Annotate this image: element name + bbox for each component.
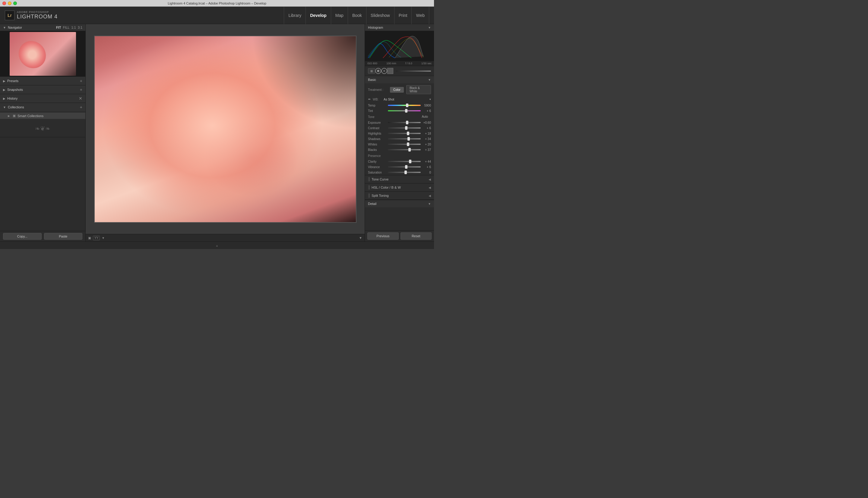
saturation-label: Saturation — [368, 171, 386, 174]
copy-button[interactable]: Copy... — [3, 233, 42, 240]
exposure-value: +0.60 — [422, 121, 431, 124]
tool-slider — [396, 70, 431, 71]
collections-header[interactable]: ▼ Collections + — [0, 103, 85, 112]
hsl-section[interactable]: HSL / Color / B & W ◀ — [365, 184, 434, 192]
nav-slideshow[interactable]: Slideshow — [366, 6, 394, 24]
wb-eyedropper-icon[interactable]: ✒ — [368, 97, 371, 101]
hsl-collapse-icon: ◀ — [429, 186, 431, 189]
collections-content: ▶ ▣ Smart Collections — [0, 112, 85, 120]
whites-slider-container[interactable] — [388, 143, 421, 146]
shadows-slider-thumb[interactable] — [407, 137, 410, 141]
auto-button[interactable]: Auto — [422, 115, 431, 118]
filmstrip-right-arrow[interactable]: ▼ — [359, 236, 362, 240]
nav-library[interactable]: Library — [284, 6, 306, 24]
tone-auto-row: Tone Auto — [365, 114, 434, 120]
shadows-slider-container[interactable] — [388, 137, 421, 141]
snapshots-add-icon[interactable]: + — [80, 87, 82, 92]
vibrance-slider-thumb[interactable] — [405, 165, 407, 169]
zoom-1-1[interactable]: 1:1 — [71, 26, 76, 29]
history-clear-icon[interactable]: ✕ — [79, 96, 82, 101]
basic-header[interactable]: Basic ▼ — [365, 76, 434, 83]
snapshots-expand-icon: ▶ — [3, 88, 5, 91]
healing-tool-btn[interactable] — [375, 68, 381, 74]
whites-slider-thumb[interactable] — [407, 143, 409, 146]
highlights-slider-thumb[interactable] — [407, 132, 409, 135]
maximize-button[interactable] — [13, 1, 17, 5]
window-title: Lightroom 4 Catalog.lrcat – Adobe Photos… — [168, 1, 266, 5]
history-expand-icon: ▶ — [3, 97, 5, 100]
nav-book[interactable]: Book — [348, 6, 366, 24]
filmstrip-arrow[interactable]: ▼ — [101, 236, 105, 240]
adj-brush-dot — [383, 70, 385, 72]
left-panel: ▼ Navigator FIT FILL 1:1 3:1 ▶ — [0, 24, 86, 241]
collections-add-icon[interactable]: + — [80, 105, 82, 109]
app-logo: Lr ADOBE PHOTOSHOP LIGHTROOM 4 — [5, 11, 58, 20]
detail-header[interactable]: Detail ▼ — [365, 200, 434, 207]
contrast-slider-container[interactable] — [388, 126, 421, 130]
wb-dropdown-icon[interactable]: ▾ — [430, 98, 431, 101]
tint-slider-thumb[interactable] — [405, 109, 407, 113]
close-button[interactable] — [2, 1, 6, 5]
nav-develop[interactable]: Develop — [306, 6, 331, 24]
blacks-slider-thumb[interactable] — [408, 148, 411, 152]
paste-button[interactable]: Paste — [44, 233, 83, 240]
presets-header-left: ▶ Presets — [3, 79, 18, 83]
split-toning-section[interactable]: Split Toning ◀ — [365, 192, 434, 200]
blacks-slider-container[interactable] — [388, 148, 421, 152]
exposure-slider-container[interactable] — [388, 121, 421, 124]
smart-collections-item[interactable]: ▶ ▣ Smart Collections — [0, 113, 85, 119]
minimize-button[interactable] — [8, 1, 12, 5]
zoom-fill[interactable]: FILL — [63, 26, 69, 29]
histogram-section: Histogram ▼ — [365, 24, 434, 66]
tint-slider-container[interactable] — [388, 109, 421, 113]
contrast-slider-thumb[interactable] — [405, 126, 407, 130]
presets-section: ▶ Presets + — [0, 77, 85, 86]
right-panel: Histogram ▼ — [365, 24, 434, 241]
hsl-left: HSL / Color / B & W — [368, 185, 401, 189]
navigator-preview[interactable] — [0, 31, 85, 76]
clarity-slider-container[interactable] — [388, 160, 421, 163]
presets-add-icon[interactable]: + — [80, 78, 82, 83]
navigator-header[interactable]: ▼ Navigator FIT FILL 1:1 3:1 — [0, 24, 85, 31]
nav-web[interactable]: Web — [412, 6, 429, 24]
nav-map[interactable]: Map — [331, 6, 348, 24]
histogram-header[interactable]: Histogram ▼ — [365, 24, 434, 31]
histogram-shutter: 1/30 sec — [421, 62, 432, 65]
presets-actions: + — [80, 78, 82, 83]
crop-tool-btn[interactable]: ⊞ — [368, 68, 375, 74]
adjustment-brush-btn[interactable] — [381, 68, 387, 74]
window-controls[interactable] — [2, 1, 17, 5]
image-canvas[interactable] — [86, 24, 365, 234]
saturation-slider-container[interactable] — [388, 171, 421, 174]
presets-header[interactable]: ▶ Presets + — [0, 77, 85, 85]
navigator-title-area: ▼ Navigator — [3, 26, 22, 29]
previous-button[interactable]: Previous — [367, 232, 399, 240]
filmstrip-view-icon[interactable]: ▣ — [88, 236, 91, 240]
tone-curve-section[interactable]: Tone Curve ◀ — [365, 175, 434, 184]
reset-button[interactable]: Reset — [401, 232, 432, 240]
tint-label: Tint — [368, 109, 386, 113]
histogram-info: ISO 800 100 mm f / 8.0 1/30 sec — [365, 61, 434, 66]
treatment-color-btn[interactable]: Color — [390, 87, 404, 93]
nav-print[interactable]: Print — [394, 6, 412, 24]
zoom-fit[interactable]: FIT — [56, 26, 61, 29]
saturation-slider-thumb[interactable] — [405, 171, 407, 174]
left-bottom-toolbar: Copy... Paste — [0, 231, 85, 241]
whites-label: Whites — [368, 143, 386, 146]
snapshots-header[interactable]: ▶ Snapshots + — [0, 86, 85, 94]
temp-slider-container[interactable] — [388, 104, 421, 107]
history-header[interactable]: ▶ History ✕ — [0, 94, 85, 103]
exposure-slider-thumb[interactable] — [406, 121, 408, 124]
treatment-bw-btn[interactable]: Black & White — [406, 85, 431, 94]
filmstrip-bar: ▣ YY ▼ ▼ — [86, 234, 365, 241]
zoom-3-1[interactable]: 3:1 — [78, 26, 82, 29]
navigator-section: ▼ Navigator FIT FILL 1:1 3:1 — [0, 24, 85, 77]
center-area: ▣ YY ▼ ▼ — [86, 24, 365, 241]
vibrance-slider-container[interactable] — [388, 165, 421, 169]
contrast-value: + 6 — [422, 127, 431, 130]
clarity-slider-thumb[interactable] — [409, 160, 411, 163]
filmstrip-yy[interactable]: YY — [93, 236, 100, 240]
gradient-tool-btn[interactable] — [387, 68, 393, 74]
temp-slider-thumb[interactable] — [406, 104, 408, 107]
highlights-slider-container[interactable] — [388, 132, 421, 135]
